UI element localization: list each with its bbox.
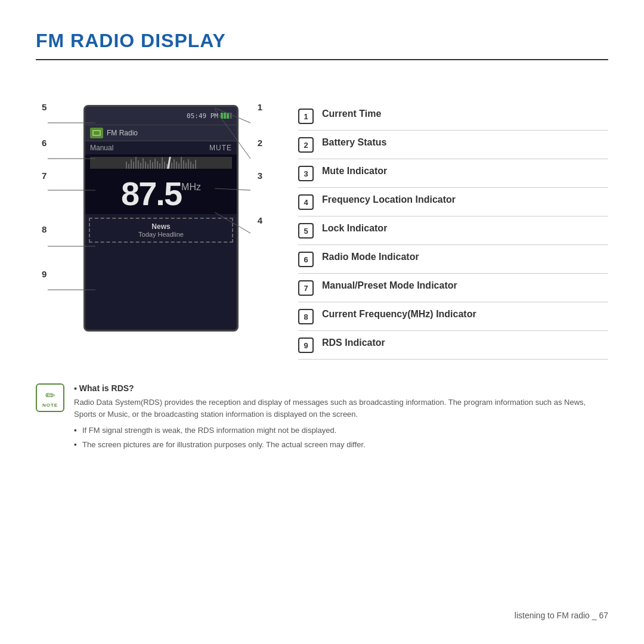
indicator-row-6: 6 Radio Mode Indicator xyxy=(298,245,608,274)
fm-label: FM Radio xyxy=(107,129,138,137)
freq-line xyxy=(159,163,160,169)
time-display: 05:49 PM xyxy=(187,112,218,120)
device-screen: 05:49 PM xyxy=(83,105,239,332)
rds-section: News Today Headline xyxy=(89,218,233,243)
indicator-row-3: 3 Mute Indicator xyxy=(298,159,608,188)
freq-line xyxy=(195,160,196,169)
device-section: 5 6 7 8 9 1 2 3 4 xyxy=(36,84,274,360)
indicator-label-9: RDS Indicator xyxy=(322,337,385,349)
freq-bar-container xyxy=(85,154,237,171)
freq-line xyxy=(157,161,158,169)
label-7: 7 xyxy=(42,171,47,181)
fm-mode-icon xyxy=(90,128,103,138)
freq-line xyxy=(174,159,175,169)
freq-bar-lines xyxy=(90,157,232,169)
label-8: 8 xyxy=(42,224,47,235)
status-bar: 05:49 PM xyxy=(85,107,237,125)
freq-line xyxy=(150,160,151,169)
label-2: 2 xyxy=(258,138,262,148)
pencil-icon: ✏ xyxy=(45,388,55,402)
indicator-number-6: 6 xyxy=(298,252,314,267)
indicator-number-2: 2 xyxy=(298,137,314,153)
label-1: 1 xyxy=(258,102,262,113)
indicator-number-4: 4 xyxy=(298,194,314,210)
indicator-label-1: Current Time xyxy=(322,108,381,120)
freq-line xyxy=(128,164,129,169)
mute-text: MUTE xyxy=(209,144,232,152)
rds-title: News xyxy=(94,222,228,231)
notes-section: ✏ NOTE ▪ What is RDS? Radio Data System(… xyxy=(36,383,608,453)
label-6: 6 xyxy=(42,138,47,148)
freq-line xyxy=(152,162,153,169)
bullet-note-item: If FM signal strength is weak, the RDS i… xyxy=(74,425,608,436)
indicator-label-5: Lock Indicator xyxy=(322,222,387,235)
indicator-row-1: 1 Current Time xyxy=(298,102,608,131)
page-container: FM RADIO DISPLAY 5 6 7 8 9 1 xyxy=(0,0,644,644)
freq-line xyxy=(181,157,182,169)
freq-line xyxy=(188,159,189,169)
footer: listening to FM radio _ 67 xyxy=(515,611,608,620)
freq-line xyxy=(183,160,184,169)
indicator-number-1: 1 xyxy=(298,109,314,124)
main-content: 5 6 7 8 9 1 2 3 4 xyxy=(36,84,608,360)
freq-line xyxy=(164,162,165,169)
freq-line xyxy=(178,163,179,169)
label-5: 5 xyxy=(42,102,47,113)
frequency-value: 87.5 xyxy=(121,175,181,212)
indicator-label-2: Battery Status xyxy=(322,137,386,149)
notes-content: ▪ What is RDS? Radio Data System(RDS) pr… xyxy=(74,383,608,453)
mode-text: Manual xyxy=(90,144,113,152)
fm-header: FM Radio xyxy=(85,125,237,141)
freq-line xyxy=(140,163,141,169)
indicator-number-7: 7 xyxy=(298,280,314,296)
page-title: FM RADIO DISPLAY xyxy=(36,30,608,60)
indicator-row-2: 2 Battery Status xyxy=(298,131,608,159)
freq-line xyxy=(147,164,148,169)
indicator-label-4: Frequency Location Indicator xyxy=(322,194,456,206)
freq-line xyxy=(193,164,194,169)
label-3: 3 xyxy=(258,171,262,181)
battery-bar-2 xyxy=(224,113,226,119)
battery-bars xyxy=(221,113,232,119)
label-4: 4 xyxy=(258,215,262,226)
freq-line xyxy=(143,158,144,169)
indicator-label-3: Mute Indicator xyxy=(322,165,387,178)
mode-bar: Manual MUTE xyxy=(85,141,237,154)
indicator-row-7: 7 Manual/Preset Mode Indicator xyxy=(298,274,608,302)
device-wrapper: 05:49 PM xyxy=(83,105,250,332)
freq-line xyxy=(154,159,156,169)
indicator-label-8: Current Frequency(MHz) Indicator xyxy=(322,308,476,321)
battery-icon xyxy=(221,113,232,119)
indicator-number-3: 3 xyxy=(298,166,314,181)
freq-line xyxy=(145,162,146,169)
indicator-label-7: Manual/Preset Mode Indicator xyxy=(322,280,457,292)
what-is-rds-title: ▪ What is RDS? xyxy=(74,383,608,393)
freq-line xyxy=(126,162,127,169)
rds-description: Radio Data System(RDS) provides the rece… xyxy=(74,397,608,420)
battery-bar-3 xyxy=(227,113,229,119)
rds-subtitle: Today Headline xyxy=(94,231,228,238)
indicators-list: 1 Current Time 2 Battery Status 3 Mute I… xyxy=(298,102,608,360)
indicator-number-5: 5 xyxy=(298,223,314,239)
indicators-section: 1 Current Time 2 Battery Status 3 Mute I… xyxy=(298,84,608,360)
freq-line xyxy=(190,162,191,169)
freq-display: 87.5MHz xyxy=(85,171,237,214)
freq-line xyxy=(162,157,163,169)
bullet-note-item: The screen pictures are for illustration… xyxy=(74,439,608,451)
bullet-notes: If FM signal strength is weak, the RDS i… xyxy=(74,425,608,450)
freq-line xyxy=(131,159,132,169)
fm-icon-inner xyxy=(92,130,101,136)
indicator-row-4: 4 Frequency Location Indicator xyxy=(298,188,608,216)
freq-line xyxy=(185,163,187,169)
indicator-row-9: 9 RDS Indicator xyxy=(298,331,608,360)
indicator-label-6: Radio Mode Indicator xyxy=(322,251,419,264)
indicator-number-8: 8 xyxy=(298,309,314,324)
freq-bar xyxy=(90,157,232,169)
freq-line xyxy=(135,157,137,169)
indicator-row-5: 5 Lock Indicator xyxy=(298,216,608,245)
note-label: NOTE xyxy=(42,402,58,408)
indicator-row-8: 8 Current Frequency(MHz) Indicator xyxy=(298,302,608,331)
freq-line xyxy=(176,162,177,169)
freq-line xyxy=(133,162,134,169)
battery-bar-1 xyxy=(221,113,223,119)
